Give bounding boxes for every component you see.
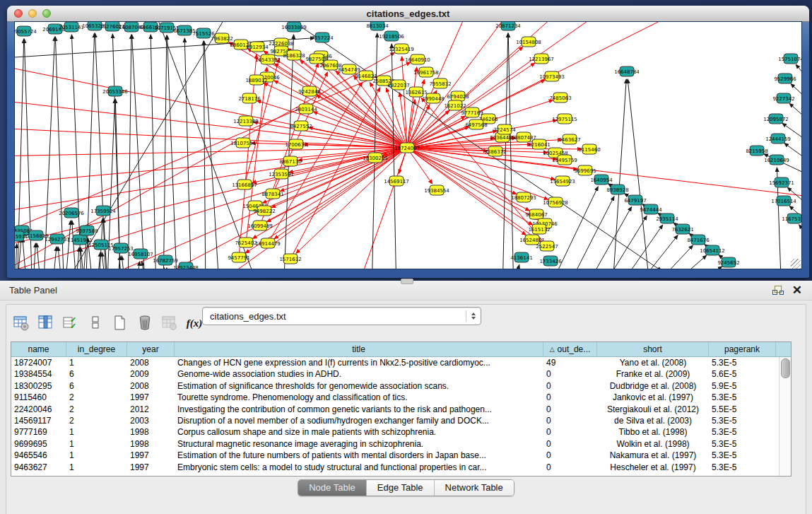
graph-node[interactable]: 15751074 — [778, 54, 801, 64]
table-row[interactable]: 1872400712008Changes of HCN gene express… — [11, 357, 779, 368]
network-canvas[interactable]: 1872400779638228860128891293422226038982… — [14, 21, 802, 269]
table-row[interactable]: 1830029562008Estimation of significance … — [11, 380, 779, 392]
graph-node[interactable]: 1640954 — [590, 175, 613, 185]
table-row[interactable]: 1456911722003Disruption of a novel membe… — [11, 415, 779, 426]
graph-node[interactable]: 11675312 — [782, 214, 801, 223]
graph-node[interactable]: 12353591 — [269, 169, 294, 179]
column-header-name[interactable]: name — [11, 342, 66, 356]
graph-node[interactable]: 16914479 — [255, 238, 281, 248]
table-row[interactable]: 969969511998Structural magnetic resonanc… — [11, 438, 779, 450]
table-cell: 1 — [66, 450, 127, 461]
graph-node[interactable]: 1733426 — [539, 256, 562, 266]
graph-node[interactable]: 9227342 — [772, 93, 794, 103]
graph-node[interactable]: 15692371 — [769, 177, 794, 187]
delete-table-icon[interactable] — [160, 314, 179, 332]
graph-node[interactable]: 16961758 — [413, 67, 439, 77]
graph-node[interactable]: 16033809 — [281, 22, 307, 32]
scrollbar-thumb[interactable] — [781, 358, 790, 378]
table-selector-dropdown[interactable]: citations_edges.txt — [202, 307, 481, 325]
graph-node[interactable]: 12444159 — [765, 134, 791, 144]
graph-node[interactable]: 7625402 — [235, 238, 257, 247]
graph-node[interactable]: 20053346 — [102, 86, 128, 96]
table-settings-icon[interactable] — [12, 314, 30, 332]
graph-node[interactable]: 9457791 — [228, 252, 249, 262]
table-row[interactable]: 977716911998Corpus callosum shape and si… — [11, 426, 779, 438]
show-column-icon[interactable] — [37, 314, 55, 332]
table-scrollbar[interactable] — [779, 357, 791, 476]
graph-node[interactable]: 9699695 — [574, 165, 596, 175]
delete-column-icon[interactable] — [136, 314, 154, 332]
new-column-icon[interactable] — [111, 314, 129, 332]
hide-columns-icon[interactable] — [86, 314, 105, 332]
table-row[interactable]: 1938455462009Genome-wide association stu… — [11, 368, 779, 380]
graph-node[interactable]: 14569117 — [384, 176, 409, 186]
graph-node[interactable]: 8427552 — [290, 121, 312, 131]
table-row[interactable]: 946362711997Embryonic stem cells: a mode… — [11, 462, 779, 473]
graph-node[interactable]: 20206576 — [59, 208, 84, 218]
graph-node[interactable]: 9463627 — [558, 134, 580, 144]
graph-node[interactable]: 19055724 — [15, 26, 37, 36]
graph-node[interactable]: 19218506 — [379, 31, 404, 41]
graph-node[interactable]: 1571612 — [279, 254, 301, 264]
graph-node[interactable]: 16782759 — [153, 255, 178, 265]
graph-node[interactable]: 20871234 — [495, 22, 521, 30]
column-header-short[interactable]: short — [597, 342, 709, 356]
graph-node[interactable]: 15654923 — [550, 176, 575, 186]
graph-node[interactable]: 7632621 — [671, 224, 693, 234]
graph-node[interactable]: 7955812 — [429, 78, 451, 88]
graph-node[interactable]: 12325419 — [389, 44, 414, 54]
tab-node-table[interactable]: Node Table — [298, 480, 367, 496]
graph-node[interactable]: 8938928 — [606, 185, 628, 194]
graph-node[interactable]: 6479197 — [624, 195, 646, 205]
column-header-pagerank[interactable]: pagerank — [709, 342, 776, 356]
network-graph[interactable]: 1872400779638228860128891293422226038982… — [15, 22, 801, 269]
graph-node[interactable]: 12095872 — [763, 114, 789, 124]
window-titlebar[interactable]: citations_edges.txt — [7, 6, 809, 22]
table-row[interactable]: 946554611997Estimation of the future num… — [11, 450, 779, 461]
tab-edge-table[interactable]: Edge Table — [367, 480, 435, 496]
graph-node[interactable]: 9529966 — [774, 74, 796, 83]
close-window-icon[interactable] — [14, 9, 23, 18]
graph-node[interactable]: 10654112 — [700, 245, 725, 255]
graph-node[interactable]: 8878341 — [261, 189, 283, 199]
tab-network-table[interactable]: Network Table — [435, 480, 514, 496]
graph-node[interactable]: 17016514 — [771, 196, 796, 206]
table-row[interactable]: 911546021997Tourette syndrome. Phenomeno… — [11, 392, 779, 403]
close-panel-icon[interactable]: ✕ — [792, 286, 802, 296]
table-row[interactable]: 2242004622012Investigating the contribut… — [11, 404, 779, 415]
graph-node[interactable]: 12213967 — [529, 54, 554, 64]
zoom-window-icon[interactable] — [42, 9, 51, 18]
column-header-out_de[interactable]: △out_de... — [543, 342, 597, 356]
graph-node[interactable]: 12213389 — [233, 116, 259, 126]
graph-node[interactable]: 16648784 — [614, 66, 640, 76]
graph-node[interactable]: 10154808 — [516, 37, 541, 47]
panel-divider-handle[interactable] — [401, 279, 413, 284]
graph-node[interactable]: 2935114 — [656, 214, 678, 223]
resize-grip-icon[interactable] — [791, 259, 801, 269]
column-header-year[interactable]: year — [127, 342, 175, 356]
function-builder-icon[interactable]: f(x) — [185, 314, 204, 332]
graph-node[interactable]: 4136141 — [510, 252, 532, 262]
graph-node[interactable]: 12975115 — [552, 114, 577, 124]
float-panel-icon[interactable] — [772, 286, 782, 295]
graph-node[interactable]: 2718176 — [238, 93, 261, 103]
graph-node[interactable]: 9245652 — [717, 257, 739, 267]
column-header-title[interactable]: title — [175, 342, 543, 356]
graph-node[interactable]: 6794028 — [447, 91, 469, 101]
graph-node[interactable]: 19384554 — [424, 185, 449, 195]
graph-node[interactable]: 9474444 — [640, 204, 662, 214]
graph-node[interactable]: 17359924 — [90, 206, 116, 216]
graph-node[interactable]: 8813034 — [366, 22, 389, 30]
graph-node[interactable]: 7485063 — [549, 93, 571, 103]
graph-node[interactable]: 16210649 — [764, 155, 789, 165]
graph-node[interactable]: 8471676 — [687, 235, 710, 245]
graph-node[interactable]: 1700632 — [285, 139, 307, 149]
graph-node[interactable]: 9115460 — [578, 144, 600, 154]
minimize-window-icon[interactable] — [28, 9, 37, 18]
graph-node[interactable]: 9684067 — [525, 209, 547, 219]
graph-node[interactable]: 7357224 — [311, 33, 334, 42]
svg-text:7515526: 7515526 — [192, 31, 215, 37]
select-rows-icon[interactable]: ✓✓ — [61, 314, 80, 332]
column-header-in_degree[interactable]: in_degree — [66, 342, 127, 356]
network-view-window[interactable]: citations_edges.txt 18724007796382288601… — [7, 6, 809, 278]
